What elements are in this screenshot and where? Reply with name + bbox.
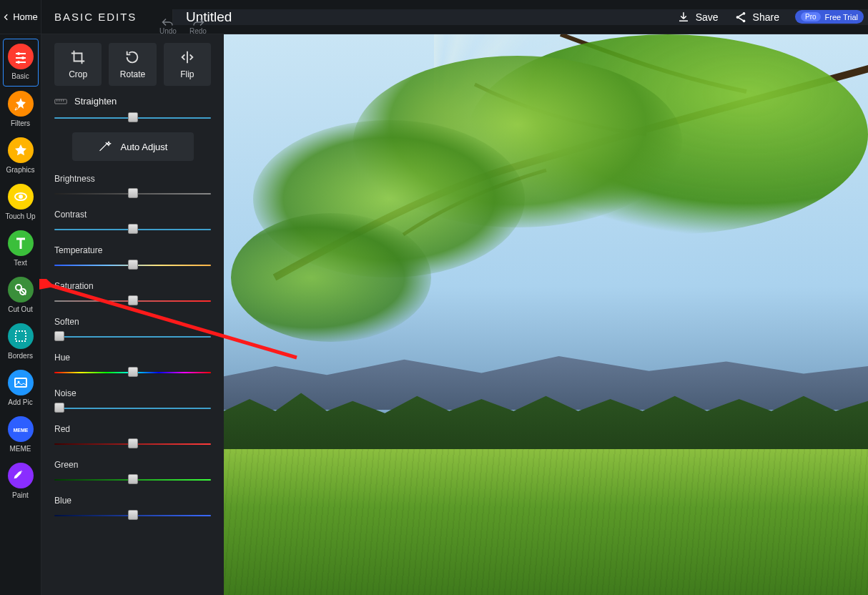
rotate-button[interactable]: Rotate (109, 43, 156, 86)
svg-rect-10 (16, 331, 26, 341)
pro-badge[interactable]: Pro Free Trial (795, 10, 864, 24)
red-slider[interactable] (54, 438, 211, 450)
sidebar-item-touchup[interactable]: Touch Up (3, 180, 39, 226)
sidebar-item-label: Touch Up (5, 212, 35, 220)
edit-panel: Crop Rotate Flip Straighten (41, 34, 224, 595)
crop-button[interactable]: Crop (54, 43, 102, 86)
green-slider[interactable] (54, 474, 211, 486)
sidebar-item-label: Paint (12, 491, 29, 499)
green-label: Green (54, 460, 211, 470)
redo-button[interactable]: Redo (189, 17, 207, 35)
blue-label: Blue (54, 496, 211, 506)
straighten-icon (54, 97, 67, 107)
touchup-icon (8, 184, 34, 210)
soften-slider[interactable] (54, 331, 211, 343)
flip-button[interactable]: Flip (164, 43, 211, 86)
sidebar-item-meme[interactable]: MEMEMEME (3, 412, 39, 458)
sidebar-item-label: Graphics (6, 166, 34, 174)
save-button[interactable]: Save (677, 11, 719, 24)
sidebar-item-label: Borders (8, 352, 33, 360)
straighten-slider[interactable] (54, 112, 211, 124)
sidebar-item-paint[interactable]: Paint (3, 458, 39, 505)
saturation-slider[interactable] (54, 295, 211, 307)
sidebar-item-label: Cut Out (8, 305, 32, 313)
straighten-row: Straighten (54, 96, 211, 107)
cutout-icon (8, 277, 34, 303)
graphics-icon (8, 137, 34, 163)
soften-label: Soften (54, 317, 211, 327)
sidebar-item-basic[interactable]: Basic (3, 39, 39, 87)
sidebar-item-cutout[interactable]: Cut Out (3, 272, 39, 319)
paint-icon (8, 463, 34, 488)
svg-rect-14 (55, 99, 67, 104)
saturation-label: Saturation (54, 281, 211, 291)
svg-point-3 (17, 52, 20, 55)
sidebar-item-label: MEME (10, 445, 31, 453)
svg-point-4 (21, 56, 24, 59)
rotate-icon (124, 49, 140, 65)
sidebar-item-borders[interactable]: Borders (3, 319, 39, 365)
sidebar-item-label: Add Pic (8, 398, 32, 406)
sidebar-item-filters[interactable]: Filters (3, 87, 39, 133)
svg-point-7 (19, 195, 23, 199)
noise-label: Noise (54, 388, 211, 398)
sidebar-item-label: Text (14, 259, 26, 267)
redo-icon (192, 17, 204, 27)
red-label: Red (54, 424, 211, 434)
filters-icon (8, 91, 34, 117)
brightness-label: Brightness (54, 174, 211, 184)
canvas[interactable] (224, 34, 868, 595)
svg-point-5 (17, 61, 20, 64)
sidebar-item-text[interactable]: Text (3, 226, 39, 272)
home-button[interactable]: Home (0, 0, 41, 34)
sidebar-item-label: Filters (11, 119, 30, 127)
meme-icon: MEME (8, 416, 34, 442)
text-icon (8, 230, 34, 256)
download-icon (677, 11, 690, 24)
sidebar: BasicFiltersGraphicsTouch UpTextCut OutB… (0, 34, 41, 595)
basic-icon (8, 44, 34, 69)
sidebar-item-addpic[interactable]: Add Pic (3, 365, 39, 412)
share-icon (734, 11, 747, 24)
auto-adjust-button[interactable]: Auto Adjust (72, 132, 194, 161)
flip-icon (179, 49, 195, 65)
image-preview (224, 34, 868, 595)
undo-button[interactable]: Undo (159, 17, 177, 35)
sidebar-item-graphics[interactable]: Graphics (3, 133, 39, 180)
brightness-slider[interactable] (54, 188, 211, 200)
contrast-slider[interactable] (54, 224, 211, 235)
temperature-label: Temperature (54, 245, 211, 255)
undo-icon (162, 17, 174, 27)
blue-slider[interactable] (54, 510, 211, 521)
hue-label: Hue (54, 353, 211, 363)
contrast-label: Contrast (54, 210, 211, 220)
addpic-icon (8, 370, 34, 395)
temperature-slider[interactable] (54, 260, 211, 271)
borders-icon (8, 323, 34, 349)
magic-wand-icon (98, 140, 112, 153)
home-label: Home (13, 11, 38, 22)
crop-icon (70, 49, 86, 65)
svg-text:MEME: MEME (14, 428, 28, 433)
hue-slider[interactable] (54, 367, 211, 378)
share-button[interactable]: Share (734, 11, 779, 24)
noise-slider[interactable] (54, 403, 211, 414)
svg-rect-11 (15, 378, 26, 387)
sidebar-item-label: Basic (11, 72, 29, 80)
